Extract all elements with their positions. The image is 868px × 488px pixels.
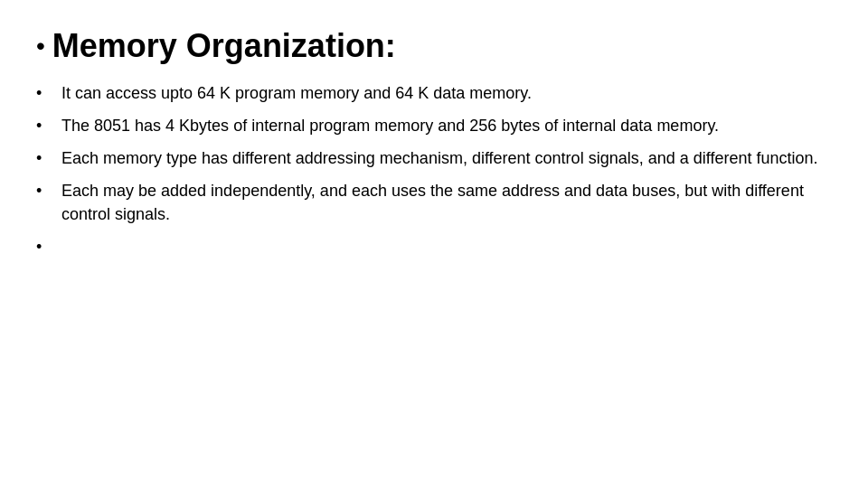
list-item: • xyxy=(36,235,823,258)
bullet-dot-2: • xyxy=(36,114,56,137)
bullet-dot-5: • xyxy=(36,235,56,258)
main-heading: • Memory Organization: xyxy=(36,27,823,65)
item3-text: Each memory type has different addressin… xyxy=(61,146,823,170)
bullet-dot-3: • xyxy=(36,146,56,170)
list-item: • Each may be added independently, and e… xyxy=(36,179,823,226)
list-item: • It can access upto 64 K program memory… xyxy=(36,81,823,105)
list-item: • The 8051 has 4 Kbytes of internal prog… xyxy=(36,114,823,137)
slide-container: • Memory Organization: • It can access u… xyxy=(0,0,868,488)
bullet-list: • It can access upto 64 K program memory… xyxy=(36,81,823,268)
item2-text: The 8051 has 4 Kbytes of internal progra… xyxy=(61,114,823,137)
item4-text: Each may be added independently, and eac… xyxy=(61,179,823,226)
bullet-dot-1: • xyxy=(36,81,56,105)
list-item: • Each memory type has different address… xyxy=(36,146,823,170)
bullet-dot-4: • xyxy=(36,179,56,202)
item1-text: It can access upto 64 K program memory a… xyxy=(61,81,823,105)
slide-title: Memory Organization: xyxy=(52,27,396,65)
heading-bullet: • xyxy=(36,33,45,59)
